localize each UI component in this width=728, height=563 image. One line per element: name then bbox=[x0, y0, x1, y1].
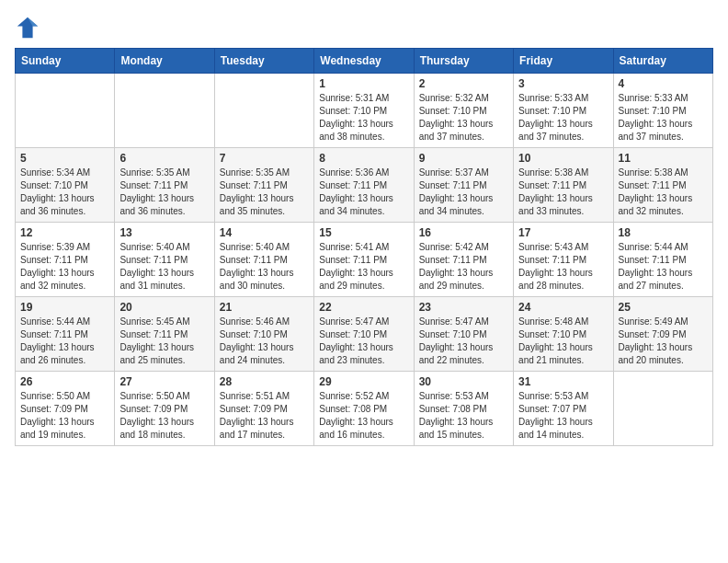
weekday-header-wednesday: Wednesday bbox=[314, 49, 414, 74]
day-number: 7 bbox=[220, 152, 309, 165]
calendar-cell: 27Sunrise: 5:50 AM Sunset: 7:09 PM Dayli… bbox=[115, 372, 214, 446]
calendar-cell: 22Sunrise: 5:47 AM Sunset: 7:10 PM Dayli… bbox=[314, 297, 414, 372]
calendar-cell: 23Sunrise: 5:47 AM Sunset: 7:10 PM Dayli… bbox=[414, 297, 513, 372]
day-info: Sunrise: 5:40 AM Sunset: 7:11 PM Dayligh… bbox=[220, 241, 309, 293]
calendar-cell: 13Sunrise: 5:40 AM Sunset: 7:11 PM Dayli… bbox=[115, 223, 214, 297]
day-number: 23 bbox=[419, 301, 508, 314]
calendar-cell: 11Sunrise: 5:38 AM Sunset: 7:11 PM Dayli… bbox=[613, 148, 712, 223]
calendar-cell: 19Sunrise: 5:44 AM Sunset: 7:11 PM Dayli… bbox=[16, 297, 115, 372]
calendar-cell: 18Sunrise: 5:44 AM Sunset: 7:11 PM Dayli… bbox=[613, 223, 712, 297]
calendar-cell bbox=[115, 74, 214, 148]
day-info: Sunrise: 5:35 AM Sunset: 7:11 PM Dayligh… bbox=[119, 167, 209, 218]
day-number: 21 bbox=[220, 301, 309, 314]
day-number: 30 bbox=[419, 375, 508, 388]
calendar-table: SundayMondayTuesdayWednesdayThursdayFrid… bbox=[15, 48, 713, 446]
calendar-cell: 6Sunrise: 5:35 AM Sunset: 7:11 PM Daylig… bbox=[115, 148, 214, 223]
calendar-cell bbox=[16, 74, 115, 148]
calendar-cell bbox=[214, 74, 313, 148]
day-info: Sunrise: 5:38 AM Sunset: 7:11 PM Dayligh… bbox=[518, 167, 608, 218]
day-info: Sunrise: 5:32 AM Sunset: 7:10 PM Dayligh… bbox=[419, 92, 508, 144]
calendar-cell: 21Sunrise: 5:46 AM Sunset: 7:10 PM Dayli… bbox=[214, 297, 313, 372]
day-number: 6 bbox=[119, 152, 209, 165]
weekday-header-thursday: Thursday bbox=[414, 49, 513, 74]
calendar-cell: 28Sunrise: 5:51 AM Sunset: 7:09 PM Dayli… bbox=[214, 372, 313, 446]
calendar-cell: 15Sunrise: 5:41 AM Sunset: 7:11 PM Dayli… bbox=[314, 223, 414, 297]
calendar-header-row: SundayMondayTuesdayWednesdayThursdayFrid… bbox=[16, 49, 713, 74]
day-number: 16 bbox=[419, 226, 508, 239]
day-number: 1 bbox=[319, 77, 408, 90]
calendar-cell bbox=[613, 372, 712, 446]
day-info: Sunrise: 5:44 AM Sunset: 7:11 PM Dayligh… bbox=[20, 316, 109, 367]
day-info: Sunrise: 5:37 AM Sunset: 7:11 PM Dayligh… bbox=[419, 167, 508, 218]
day-info: Sunrise: 5:53 AM Sunset: 7:07 PM Dayligh… bbox=[518, 390, 608, 442]
day-number: 10 bbox=[518, 152, 608, 165]
day-info: Sunrise: 5:34 AM Sunset: 7:10 PM Dayligh… bbox=[20, 167, 109, 218]
day-number: 27 bbox=[119, 375, 209, 388]
calendar-cell: 26Sunrise: 5:50 AM Sunset: 7:09 PM Dayli… bbox=[16, 372, 115, 446]
day-info: Sunrise: 5:45 AM Sunset: 7:11 PM Dayligh… bbox=[119, 316, 209, 367]
calendar-week-row: 5Sunrise: 5:34 AM Sunset: 7:10 PM Daylig… bbox=[16, 148, 713, 223]
day-number: 22 bbox=[319, 301, 408, 314]
calendar-cell: 2Sunrise: 5:32 AM Sunset: 7:10 PM Daylig… bbox=[414, 74, 513, 148]
day-info: Sunrise: 5:33 AM Sunset: 7:10 PM Dayligh… bbox=[619, 92, 708, 144]
calendar-cell: 24Sunrise: 5:48 AM Sunset: 7:10 PM Dayli… bbox=[514, 297, 613, 372]
day-info: Sunrise: 5:42 AM Sunset: 7:11 PM Dayligh… bbox=[419, 241, 508, 293]
calendar-cell: 29Sunrise: 5:52 AM Sunset: 7:08 PM Dayli… bbox=[314, 372, 414, 446]
day-number: 2 bbox=[419, 77, 508, 90]
day-number: 28 bbox=[220, 375, 309, 388]
calendar-week-row: 19Sunrise: 5:44 AM Sunset: 7:11 PM Dayli… bbox=[16, 297, 713, 372]
day-info: Sunrise: 5:48 AM Sunset: 7:10 PM Dayligh… bbox=[518, 316, 608, 367]
calendar-week-row: 26Sunrise: 5:50 AM Sunset: 7:09 PM Dayli… bbox=[16, 372, 713, 446]
day-number: 20 bbox=[119, 301, 209, 314]
calendar-cell: 25Sunrise: 5:49 AM Sunset: 7:09 PM Dayli… bbox=[613, 297, 712, 372]
day-number: 25 bbox=[619, 301, 708, 314]
calendar-cell: 8Sunrise: 5:36 AM Sunset: 7:11 PM Daylig… bbox=[314, 148, 414, 223]
day-number: 3 bbox=[518, 77, 608, 90]
day-info: Sunrise: 5:44 AM Sunset: 7:11 PM Dayligh… bbox=[619, 241, 708, 293]
calendar-cell: 4Sunrise: 5:33 AM Sunset: 7:10 PM Daylig… bbox=[613, 74, 712, 148]
day-info: Sunrise: 5:41 AM Sunset: 7:11 PM Dayligh… bbox=[319, 241, 408, 293]
day-number: 14 bbox=[220, 226, 309, 239]
day-info: Sunrise: 5:47 AM Sunset: 7:10 PM Dayligh… bbox=[319, 316, 408, 367]
day-info: Sunrise: 5:50 AM Sunset: 7:09 PM Dayligh… bbox=[20, 390, 109, 442]
day-number: 4 bbox=[619, 77, 708, 90]
calendar-cell: 30Sunrise: 5:53 AM Sunset: 7:08 PM Dayli… bbox=[414, 372, 513, 446]
day-number: 9 bbox=[419, 152, 508, 165]
calendar-cell: 12Sunrise: 5:39 AM Sunset: 7:11 PM Dayli… bbox=[16, 223, 115, 297]
day-info: Sunrise: 5:33 AM Sunset: 7:10 PM Dayligh… bbox=[518, 92, 608, 144]
calendar-cell: 7Sunrise: 5:35 AM Sunset: 7:11 PM Daylig… bbox=[214, 148, 313, 223]
day-info: Sunrise: 5:51 AM Sunset: 7:09 PM Dayligh… bbox=[220, 390, 309, 442]
calendar-cell: 1Sunrise: 5:31 AM Sunset: 7:10 PM Daylig… bbox=[314, 74, 414, 148]
calendar-cell: 31Sunrise: 5:53 AM Sunset: 7:07 PM Dayli… bbox=[514, 372, 613, 446]
calendar-week-row: 1Sunrise: 5:31 AM Sunset: 7:10 PM Daylig… bbox=[16, 74, 713, 148]
calendar-cell: 5Sunrise: 5:34 AM Sunset: 7:10 PM Daylig… bbox=[16, 148, 115, 223]
day-info: Sunrise: 5:49 AM Sunset: 7:09 PM Dayligh… bbox=[619, 316, 708, 367]
page-header bbox=[15, 15, 713, 40]
day-info: Sunrise: 5:50 AM Sunset: 7:09 PM Dayligh… bbox=[119, 390, 209, 442]
day-number: 26 bbox=[20, 375, 109, 388]
calendar-cell: 16Sunrise: 5:42 AM Sunset: 7:11 PM Dayli… bbox=[414, 223, 513, 297]
calendar-cell: 3Sunrise: 5:33 AM Sunset: 7:10 PM Daylig… bbox=[514, 74, 613, 148]
day-number: 17 bbox=[518, 226, 608, 239]
weekday-header-tuesday: Tuesday bbox=[214, 49, 313, 74]
calendar-cell: 9Sunrise: 5:37 AM Sunset: 7:11 PM Daylig… bbox=[414, 148, 513, 223]
day-info: Sunrise: 5:40 AM Sunset: 7:11 PM Dayligh… bbox=[119, 241, 209, 293]
day-number: 13 bbox=[119, 226, 209, 239]
day-number: 18 bbox=[619, 226, 708, 239]
day-number: 8 bbox=[319, 152, 408, 165]
day-number: 12 bbox=[20, 226, 109, 239]
logo-icon bbox=[15, 15, 40, 40]
day-info: Sunrise: 5:52 AM Sunset: 7:08 PM Dayligh… bbox=[319, 390, 408, 442]
day-info: Sunrise: 5:47 AM Sunset: 7:10 PM Dayligh… bbox=[419, 316, 508, 367]
svg-marker-0 bbox=[17, 17, 38, 38]
day-info: Sunrise: 5:36 AM Sunset: 7:11 PM Dayligh… bbox=[319, 167, 408, 218]
day-info: Sunrise: 5:35 AM Sunset: 7:11 PM Dayligh… bbox=[220, 167, 309, 218]
calendar-cell: 10Sunrise: 5:38 AM Sunset: 7:11 PM Dayli… bbox=[514, 148, 613, 223]
calendar-cell: 20Sunrise: 5:45 AM Sunset: 7:11 PM Dayli… bbox=[115, 297, 214, 372]
day-info: Sunrise: 5:43 AM Sunset: 7:11 PM Dayligh… bbox=[518, 241, 608, 293]
day-number: 15 bbox=[319, 226, 408, 239]
day-number: 31 bbox=[518, 375, 608, 388]
calendar-cell: 17Sunrise: 5:43 AM Sunset: 7:11 PM Dayli… bbox=[514, 223, 613, 297]
day-info: Sunrise: 5:39 AM Sunset: 7:11 PM Dayligh… bbox=[20, 241, 109, 293]
day-info: Sunrise: 5:46 AM Sunset: 7:10 PM Dayligh… bbox=[220, 316, 309, 367]
